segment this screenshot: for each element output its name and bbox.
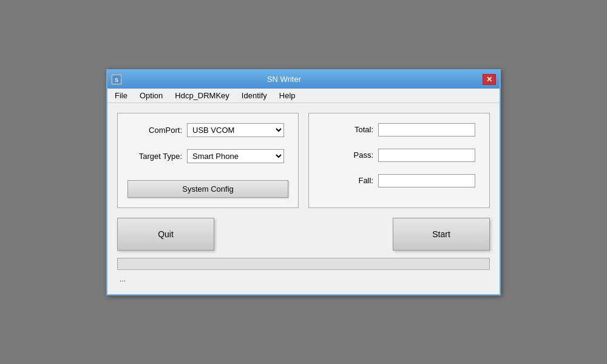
start-button[interactable]: Start — [393, 218, 490, 251]
right-panel: Total: Pass: Fall: — [308, 113, 490, 208]
comport-select[interactable]: USB VCOM COM1 COM2 — [187, 123, 284, 137]
status-text: ... — [117, 274, 490, 285]
progress-bar-container — [117, 258, 490, 270]
total-input[interactable] — [378, 123, 475, 136]
menu-hdcp-drmkey[interactable]: Hdcp_DRMKey — [170, 90, 234, 101]
app-icon: S — [111, 74, 122, 85]
quit-button[interactable]: Quit — [117, 218, 214, 251]
window-title: SN Writer — [122, 75, 446, 84]
target-type-select[interactable]: Smart Phone Feature Phone Tablet — [187, 149, 284, 163]
pass-label: Pass: — [319, 150, 373, 160]
close-button[interactable]: ✕ — [483, 74, 496, 85]
title-bar-left: S — [111, 74, 122, 85]
title-bar: S SN Writer ✕ — [107, 70, 500, 89]
menu-help[interactable]: Help — [274, 90, 300, 101]
target-type-label: Target Type: — [127, 152, 182, 161]
fall-row: Fall: — [319, 174, 480, 187]
svg-text:S: S — [115, 77, 118, 83]
target-type-row: Target Type: Smart Phone Feature Phone T… — [127, 149, 288, 163]
fall-input[interactable] — [378, 174, 475, 187]
total-label: Total: — [319, 125, 373, 134]
menu-identify[interactable]: Identify — [237, 90, 272, 101]
menu-bar: File Option Hdcp_DRMKey Identify Help — [107, 89, 500, 103]
main-window: S SN Writer ✕ File Option Hdcp_DRMKey Id… — [106, 69, 501, 295]
menu-option[interactable]: Option — [135, 90, 168, 101]
system-config-button[interactable]: System Config — [127, 180, 288, 198]
content-area: ComPort: USB VCOM COM1 COM2 Target Type:… — [107, 103, 500, 294]
total-row: Total: — [319, 123, 480, 136]
main-panels: ComPort: USB VCOM COM1 COM2 Target Type:… — [117, 113, 490, 208]
pass-input[interactable] — [378, 149, 475, 162]
left-panel: ComPort: USB VCOM COM1 COM2 Target Type:… — [117, 113, 299, 208]
pass-row: Pass: — [319, 149, 480, 162]
comport-label: ComPort: — [127, 126, 182, 135]
title-wrapper: SN Writer — [122, 75, 483, 84]
menu-file[interactable]: File — [110, 90, 132, 101]
comport-row: ComPort: USB VCOM COM1 COM2 — [127, 123, 288, 137]
fall-label: Fall: — [319, 176, 373, 185]
bottom-buttons: Quit Start — [117, 218, 490, 251]
